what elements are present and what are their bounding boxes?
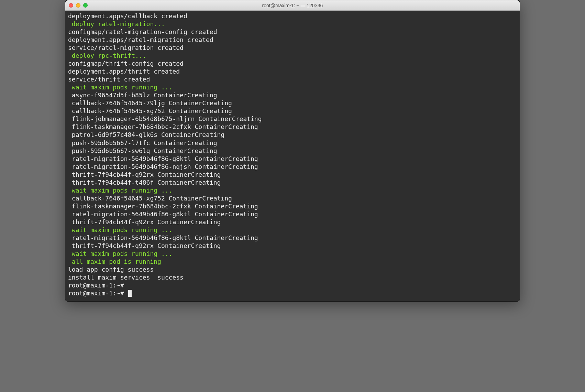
terminal-line: wait maxim pods running ... xyxy=(68,83,517,91)
terminal-line: thrift-7f94cb44f-q92rx ContainerCreating xyxy=(68,171,517,178)
terminal-line: deployment.apps/thrift created xyxy=(68,67,517,75)
close-icon[interactable] xyxy=(69,3,73,8)
terminal-line: wait maxim pods running ... xyxy=(68,186,517,194)
terminal-line: ratel-migration-5649b46f86-g8ktl Contain… xyxy=(68,210,517,218)
titlebar[interactable]: root@maxim-1: ~ — 120×36 xyxy=(65,0,520,11)
terminal-line: wait maxim pods running ... xyxy=(68,250,517,258)
terminal-line: thrift-7f94cb44f-q92rx ContainerCreating xyxy=(68,218,517,226)
terminal-window: root@maxim-1: ~ — 120×36 deployment.apps… xyxy=(65,0,520,302)
terminal-line: root@maxim-1:~# xyxy=(68,289,517,297)
terminal-line: flink-taskmanager-7b684bbc-2cfxk Contain… xyxy=(68,123,517,131)
terminal-line: async-f96547d5f-b85lz ContainerCreating xyxy=(68,91,517,99)
terminal-line: configmap/ratel-migration-config created xyxy=(68,28,517,36)
traffic-lights xyxy=(69,3,88,8)
terminal-line: install maxim services success xyxy=(68,273,517,281)
terminal-line: configmap/thrift-config created xyxy=(68,59,517,67)
terminal-line: service/thrift created xyxy=(68,75,517,83)
terminal-line: flink-taskmanager-7b684bbc-2cfxk Contain… xyxy=(68,202,517,210)
terminal-line: load_app_config success xyxy=(68,265,517,273)
terminal-line: service/ratel-migration created xyxy=(68,44,517,52)
terminal-line: all maxim pod is running xyxy=(68,258,517,265)
terminal-output[interactable]: deployment.apps/callback created deploy … xyxy=(65,11,520,301)
terminal-line: root@maxim-1:~# xyxy=(68,281,517,289)
cursor-icon xyxy=(128,290,132,297)
terminal-line: patrol-6d9f57c484-glk6s ContainerCreatin… xyxy=(68,131,517,139)
terminal-line: callback-7646f54645-xg752 ContainerCreat… xyxy=(68,107,517,115)
terminal-line: ratel-migration-5649b46f86-g8ktl Contain… xyxy=(68,155,517,163)
terminal-line: callback-7646f54645-79ljg ContainerCreat… xyxy=(68,99,517,107)
terminal-line: wait maxim pods running ... xyxy=(68,226,517,234)
terminal-line: deployment.apps/ratel-migration created xyxy=(68,36,517,44)
terminal-line: thrift-7f94cb44f-t486f ContainerCreating xyxy=(68,178,517,186)
terminal-line: ratel-migration-5649b46f86-nqjsh Contain… xyxy=(68,163,517,171)
window-title: root@maxim-1: ~ — 120×36 xyxy=(65,3,520,8)
terminal-line: flink-jobmanager-6b54d8b675-nljrn Contai… xyxy=(68,115,517,123)
terminal-line: deployment.apps/callback created xyxy=(68,12,517,20)
minimize-icon[interactable] xyxy=(76,3,80,8)
terminal-line: callback-7646f54645-xg752 ContainerCreat… xyxy=(68,194,517,202)
terminal-line: ratel-migration-5649b46f86-g8ktl Contain… xyxy=(68,234,517,242)
terminal-line: push-595d6b5667-l7tfc ContainerCreating xyxy=(68,139,517,147)
zoom-icon[interactable] xyxy=(83,3,88,8)
terminal-line: deploy ratel-migration... xyxy=(68,20,517,28)
terminal-line: deploy rpc-thrift... xyxy=(68,52,517,59)
terminal-line: push-595d6b5667-sw6lq ContainerCreating xyxy=(68,147,517,155)
terminal-line: thrift-7f94cb44f-q92rx ContainerCreating xyxy=(68,242,517,250)
